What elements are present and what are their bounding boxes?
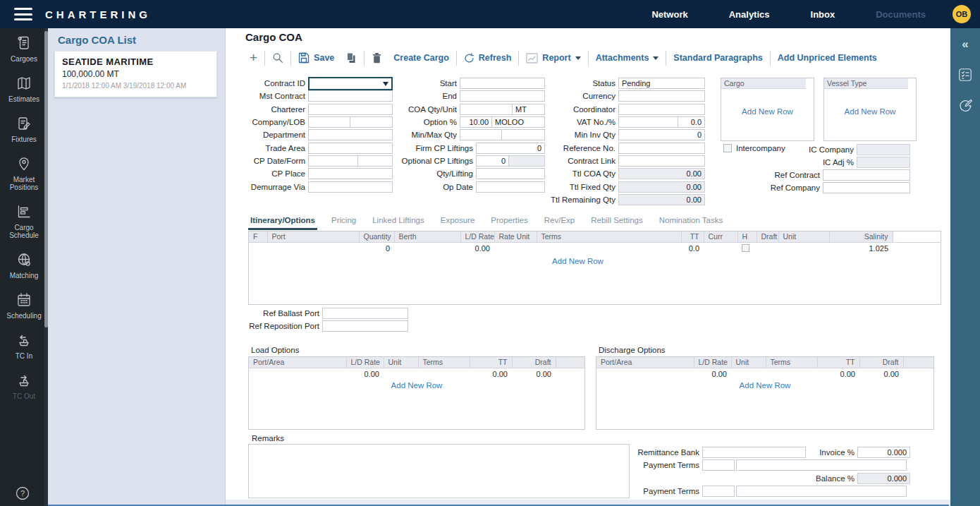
sidebar-item-market-positions[interactable]: Market Positions (0, 149, 48, 197)
tab-exposure[interactable]: Exposure (439, 215, 477, 230)
menu-icon[interactable] (14, 8, 35, 20)
sidebar-item-label: Estimates (8, 95, 39, 103)
sidebar-item-cargo-schedule[interactable]: Cargo Schedule (0, 197, 48, 245)
cargo-grid: Cargo Add New Row (721, 78, 814, 141)
ref-ballast-port-field[interactable] (322, 308, 408, 319)
refresh-button[interactable]: Refresh (458, 53, 517, 64)
intercompany-checkbox[interactable] (723, 144, 732, 152)
nav-analytics[interactable]: Analytics (729, 9, 770, 20)
discharge-options-add-new-row[interactable]: Add New Row (596, 381, 933, 390)
compose-edit-icon[interactable] (956, 96, 974, 114)
plus-icon: + (250, 52, 257, 64)
demurrage-via-field[interactable] (308, 181, 393, 193)
min-inv-qty-field[interactable] (618, 129, 705, 140)
sidebar-item-tc-in[interactable]: TC In (0, 325, 48, 366)
tab-rebill-settings[interactable]: Rebill Settings (589, 215, 645, 230)
tab-linked-liftings[interactable]: Linked Liftings (370, 215, 427, 230)
sidebar-item-cargoes[interactable]: Cargoes (0, 28, 48, 68)
sidebar-item-fixtures[interactable]: Fixtures (0, 109, 48, 149)
contract-id-dropdown[interactable] (308, 77, 393, 90)
balance-row: Balance % (620, 472, 910, 484)
trade-area-field[interactable] (308, 143, 393, 154)
sidebar-item-tc-out[interactable]: TC Out (0, 366, 48, 406)
itinerary-table: F Port Quantity Berth L/D Rate Rate Unit… (248, 231, 941, 305)
nav-inbox[interactable]: Inbox (811, 9, 835, 20)
collapse-panel-icon[interactable]: « (956, 35, 974, 54)
currency-field[interactable] (618, 90, 705, 102)
qty-lifting-field[interactable] (476, 168, 545, 179)
fixtures-contract-icon (16, 115, 32, 132)
charterer-field[interactable] (308, 104, 393, 115)
load-ld-rate: 0.00 (346, 368, 384, 380)
invoice-pct-field[interactable] (857, 447, 910, 458)
start-field[interactable] (460, 78, 545, 89)
sidebar-item-matching[interactable]: Matching (0, 245, 48, 285)
tasks-checklist-icon[interactable] (956, 66, 974, 84)
company-field[interactable] (308, 116, 350, 128)
sidebar-item-estimates[interactable]: Estimates (0, 68, 48, 109)
itinerary-data-row[interactable]: 0 0.00 0.0 1.025 (249, 242, 941, 255)
tab-nomination-tasks[interactable]: Nomination Tasks (657, 215, 725, 230)
min-qty-field[interactable] (460, 129, 502, 140)
tab-properties[interactable]: Properties (489, 215, 529, 230)
payment-terms-1-code-field[interactable] (702, 459, 735, 471)
ref-reposition-port-field[interactable] (322, 320, 408, 332)
option-pct-field[interactable] (460, 116, 492, 128)
topbar: CHARTERING Network Analytics Inbox Docum… (0, 0, 980, 28)
itinerary-add-new-row[interactable]: Add New Row (249, 257, 907, 265)
reference-no-field[interactable] (618, 143, 705, 154)
op-date-field[interactable] (476, 181, 545, 193)
remittance-bank-field[interactable] (702, 447, 806, 458)
payment-terms-2-desc-field[interactable] (736, 486, 907, 497)
search-button[interactable] (267, 52, 289, 64)
mst-contract-field[interactable] (308, 90, 393, 102)
standard-paragraphs-button[interactable]: Standard Paragraphs (668, 53, 768, 63)
ic-company-field (857, 144, 910, 155)
tab-itinerary-options[interactable]: Itinerary/Options (248, 215, 317, 230)
vat-no-field[interactable] (618, 116, 678, 128)
tab-rev-exp[interactable]: Rev/Exp (542, 215, 577, 230)
coa-list-item[interactable]: SEATIDE MARITIME 100,000.00 MT 1/1/2018 … (54, 51, 217, 97)
load-options-data-row[interactable]: 0.00 0.00 0.00 (249, 368, 584, 380)
remittance-row: Remittance Bank Invoice % (620, 446, 910, 458)
ref-company-field[interactable] (823, 182, 910, 193)
itinerary-h-checkbox[interactable] (742, 244, 749, 252)
tab-pricing[interactable]: Pricing (329, 215, 358, 230)
ref-contract-field[interactable] (823, 169, 910, 181)
coordinator-field[interactable] (618, 104, 705, 115)
remarks-textarea[interactable] (248, 444, 630, 498)
add-button[interactable]: + (244, 52, 263, 64)
cp-date-field[interactable] (308, 155, 358, 167)
cp-place-field[interactable] (308, 168, 393, 179)
department-field[interactable] (308, 129, 393, 140)
optional-cp-liftings-field[interactable] (476, 155, 509, 167)
cargo-add-new-row[interactable]: Add New Row (721, 107, 814, 116)
attachments-button[interactable]: Attachments (590, 53, 665, 63)
discharge-draft: 0.00 (859, 368, 903, 380)
contract-link-field[interactable] (618, 155, 705, 167)
report-button[interactable]: Report (520, 53, 586, 64)
sidebar-item-label: Matching (10, 272, 39, 279)
nav-network[interactable]: Network (651, 9, 687, 20)
vat-pct-field[interactable] (678, 116, 705, 128)
page-title: Cargo COA (245, 31, 302, 43)
delete-button[interactable] (366, 52, 388, 64)
status-field[interactable] (618, 78, 705, 89)
copy-button[interactable] (340, 52, 362, 64)
discharge-options-data-row[interactable]: 0.00 0.00 0.00 (596, 368, 933, 380)
coa-qty-field[interactable] (460, 104, 513, 115)
create-cargo-button[interactable]: Create Cargo (388, 53, 455, 63)
load-options-add-new-row[interactable]: Add New Row (249, 381, 584, 390)
vessel-type-add-new-row[interactable]: Add New Row (824, 107, 916, 116)
nav-documents[interactable]: Documents (876, 9, 926, 20)
payment-terms-2-code-field[interactable] (702, 486, 735, 497)
save-button[interactable]: Save (293, 52, 340, 64)
firm-cp-liftings-field[interactable] (476, 143, 545, 154)
end-field[interactable] (460, 90, 545, 102)
ref-reposition-port-row: Ref Reposition Port (243, 320, 427, 332)
sidebar-item-scheduling[interactable]: Scheduling (0, 285, 48, 325)
help-icon[interactable]: ? (0, 485, 44, 502)
user-avatar[interactable]: OB (953, 5, 971, 23)
payment-terms-1-desc-field[interactable] (736, 459, 907, 471)
add-unpriced-elements-button[interactable]: Add Unpriced Elements (772, 53, 883, 63)
